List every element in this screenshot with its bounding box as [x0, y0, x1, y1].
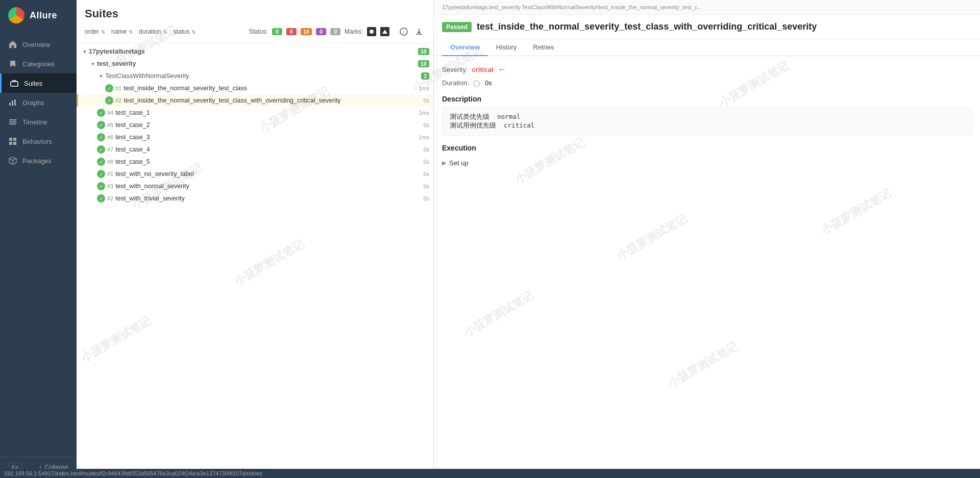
passed-badge: Passed — [442, 22, 472, 32]
name-sort-icon: ⇅ — [129, 29, 133, 35]
description-line-1: 测试类优先级 normal — [450, 113, 964, 121]
list-item[interactable]: ✓ #8 test_case_5 0s — [77, 156, 433, 168]
grid-icon — [8, 137, 17, 146]
item-order: #3 — [107, 183, 113, 189]
skipped-count-badge[interactable]: 0 — [316, 28, 326, 35]
info-button[interactable]: i — [398, 26, 410, 38]
svg-rect-0 — [11, 82, 18, 86]
status-filter-label: Status: — [249, 28, 267, 35]
pass-icon: ✓ — [97, 145, 105, 154]
order-sort[interactable]: order ⇅ — [85, 28, 105, 35]
status-sort-icon: ⇅ — [191, 29, 195, 35]
detail-title: test_inside_the_normal_severity_test_cla… — [477, 21, 817, 33]
duration-row: Duration: ◯ 0s — [442, 79, 972, 87]
pass-icon: ✓ — [105, 84, 113, 92]
unknown-count-badge[interactable]: 10 — [301, 28, 312, 35]
mark-circle-icon[interactable] — [367, 27, 376, 36]
sidebar-item-categories[interactable]: Categories — [0, 54, 77, 73]
tab-retries-label: Retries — [533, 43, 554, 51]
download-button[interactable] — [413, 26, 425, 38]
severity-label: Severity: — [442, 66, 468, 73]
suite-label: test_severity — [97, 60, 136, 67]
execution-title: Execution — [442, 144, 972, 152]
duration-sort[interactable]: duration ⇅ — [139, 28, 167, 35]
suites-toolbar: order ⇅ name ⇅ duration ⇅ status ⇅ — [85, 26, 425, 38]
svg-rect-8 — [13, 138, 16, 141]
svg-rect-1 — [9, 103, 11, 106]
order-label: order — [85, 28, 99, 35]
allure-logo-icon — [8, 7, 24, 23]
svg-rect-4 — [9, 119, 16, 120]
sidebar-logo-text: Allure — [30, 10, 57, 21]
status-label: status — [173, 28, 189, 35]
item-order: #1 — [115, 85, 121, 91]
item-label: test_inside_the_normal_severity_test_cla… — [124, 85, 414, 92]
setup-item[interactable]: ▶ Set up — [442, 156, 972, 170]
svg-rect-7 — [9, 138, 12, 141]
arrow-icon: ← — [498, 64, 507, 75]
failed-count-badge[interactable]: 0 — [286, 28, 297, 35]
sidebar-item-packages[interactable]: Packages — [0, 151, 77, 170]
item-duration: 0s — [414, 146, 429, 153]
broken-count-badge[interactable]: 0 — [330, 28, 340, 35]
sidebar-nav: Overview Categories Suites Graphs Timeli… — [0, 31, 77, 456]
tree-class[interactable]: ▼ TestClassWithNormalSeverity 2 — [77, 70, 433, 82]
list-item[interactable]: ✓ #7 test_case_4 0s — [77, 143, 433, 156]
svg-rect-3 — [14, 99, 16, 106]
item-duration: 1ms — [414, 110, 429, 116]
list-item[interactable]: ✓ #1 test_inside_the_normal_severity_tes… — [77, 82, 433, 94]
item-label: test_case_1 — [115, 109, 414, 116]
item-duration: 0s — [414, 159, 429, 165]
item-label: test_case_2 — [115, 121, 414, 129]
home-icon — [8, 40, 17, 49]
svg-text:i: i — [403, 30, 404, 35]
sidebar-item-behaviors-label: Behaviors — [22, 138, 52, 145]
pass-icon: ✓ — [97, 133, 105, 141]
list-item[interactable]: ✓ #4 test_case_1 1ms — [77, 107, 433, 119]
pass-icon: ✓ — [97, 170, 105, 178]
item-duration: 0s — [414, 195, 429, 202]
item-order: #2 — [115, 97, 121, 104]
duration-value: 0s — [485, 79, 492, 87]
status-sort[interactable]: status ⇅ — [173, 28, 195, 35]
list-item[interactable]: ✓ #3 test_with_normal_severity 0s — [77, 180, 433, 192]
item-order: #2 — [107, 195, 113, 202]
passed-count-badge[interactable]: 0 — [272, 28, 282, 35]
item-duration: 1ms — [414, 134, 429, 140]
class-toggle: ▼ — [97, 72, 105, 80]
list-item[interactable]: ✓ #1 test_with_no_severity_label 0s — [77, 168, 433, 180]
chevron-right-icon: ▶ — [442, 160, 446, 166]
tree-root[interactable]: ▼ 17pytestalluretags 10 — [77, 45, 433, 58]
item-order: #1 — [107, 171, 113, 177]
tree-suite[interactable]: ▼ test_severity 10 — [77, 58, 433, 70]
pass-icon: ✓ — [97, 109, 105, 117]
sidebar-item-graphs[interactable]: Graphs — [0, 93, 77, 112]
item-label: test_with_no_severity_label — [115, 170, 414, 178]
tab-overview[interactable]: Overview — [442, 39, 488, 56]
item-duration: 0s — [414, 171, 429, 177]
sidebar-item-behaviors[interactable]: Behaviors — [0, 132, 77, 151]
mark-triangle-icon[interactable] — [380, 27, 389, 36]
root-toggle: ▼ — [81, 47, 89, 56]
tab-retries[interactable]: Retries — [525, 39, 562, 56]
list-item[interactable]: ✓ #5 test_case_2 0s — [77, 119, 433, 131]
detail-breadcrumb: 17pytestalluretags.test_severity.TestCla… — [434, 0, 980, 15]
sidebar-item-overview[interactable]: Overview — [0, 35, 77, 54]
svg-rect-2 — [12, 100, 13, 106]
sidebar-item-timeline[interactable]: Timeline — [0, 112, 77, 132]
sidebar-item-suites[interactable]: Suites — [0, 73, 77, 93]
tab-history[interactable]: History — [488, 39, 525, 56]
severity-value: critical — [472, 66, 494, 73]
svg-rect-9 — [9, 142, 12, 145]
sidebar-item-graphs-label: Graphs — [22, 99, 44, 107]
list-item[interactable]: ✓ #2 test_inside_the_normal_severity_tes… — [77, 94, 433, 107]
marks-label: Marks: — [345, 28, 363, 35]
content-row: Suites order ⇅ name ⇅ duration ⇅ — [77, 0, 980, 478]
name-sort[interactable]: name ⇅ — [111, 28, 133, 35]
list-item[interactable]: ✓ #6 test_case_3 1ms — [77, 131, 433, 143]
list-item[interactable]: ✓ #2 test_with_trivial_severity 0s — [77, 192, 433, 205]
svg-rect-10 — [13, 142, 16, 145]
detail-title-row: Passed test_inside_the_normal_severity_t… — [442, 21, 972, 33]
class-label: TestClassWithNormalSeverity — [105, 72, 189, 80]
description-line-2: 测试用例优先级 critical — [450, 121, 964, 130]
